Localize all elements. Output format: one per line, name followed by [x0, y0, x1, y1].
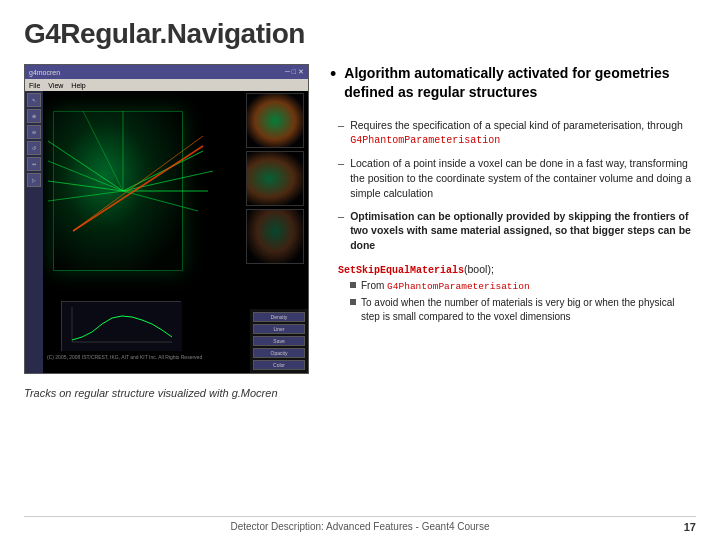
graph-svg: [62, 302, 182, 352]
main-viewport: Density Liner Save Opacity Color (C) 200…: [43, 91, 308, 373]
set-skip-code: SetSkipEqualMaterials: [338, 265, 464, 276]
sub-bullet-text-1: From G4PhantomParameterisation: [361, 279, 530, 293]
dash-1: –: [338, 119, 344, 131]
code-phantom-param-2: G4PhantomParameterisation: [387, 281, 530, 292]
right-panel: • Algorithm automatically activated for …: [330, 64, 696, 484]
opacity-btn[interactable]: Opacity: [253, 348, 305, 358]
side-view-mid: [246, 151, 304, 206]
svg-line-10: [73, 146, 203, 231]
slide: G4Regular.Navigation g4mocren ─ □ ✕ File…: [0, 0, 720, 540]
screenshot-box: g4mocren ─ □ ✕ File View Help ↖ ⊕ ⊖: [24, 64, 309, 374]
sq-bullet-1: [350, 282, 356, 288]
sub-text-1: Requires the specification of a special …: [350, 118, 696, 149]
bottom-controls: Density Liner Save Opacity Color: [250, 309, 308, 373]
svg-line-0: [123, 151, 203, 191]
copyright-text: (C) 2005, 2008 IST/CREST, IKG, AIT and K…: [47, 354, 202, 360]
graph-area: [61, 301, 181, 351]
sub-item-2: – Location of a point inside a voxel can…: [338, 156, 696, 200]
sidebar-tools: ↖ ⊕ ⊖ ↺ ⇔ ▷: [25, 91, 43, 373]
dash-3: –: [338, 210, 344, 222]
svg-line-7: [48, 191, 123, 201]
window-menubar: File View Help: [25, 79, 308, 91]
side-views-panel: [246, 93, 306, 264]
save-btn[interactable]: Save: [253, 336, 305, 346]
window-title-label: g4mocren: [29, 69, 60, 76]
svg-line-1: [123, 171, 213, 191]
screenshot-caption: Tracks on regular structure visualized w…: [24, 386, 314, 400]
left-panel: g4mocren ─ □ ✕ File View Help ↖ ⊕ ⊖: [24, 64, 314, 484]
menu-help[interactable]: Help: [71, 82, 85, 89]
set-skip-line: SetSkipEqualMaterials(bool);: [338, 263, 696, 276]
menu-file[interactable]: File: [29, 82, 40, 89]
set-skip-suffix: (bool);: [464, 263, 494, 275]
svg-rect-12: [62, 302, 182, 352]
sq-bullet-2: [350, 299, 356, 305]
svg-line-3: [123, 191, 198, 211]
tool-btn-1[interactable]: ↖: [27, 93, 41, 107]
sub-text-2: Location of a point inside a voxel can b…: [350, 156, 696, 200]
footer-text: Detector Description: Advanced Features …: [24, 521, 696, 532]
menu-view[interactable]: View: [48, 82, 63, 89]
sub-text-3: Optimisation can be optionally provided …: [350, 209, 696, 253]
color-btn[interactable]: Color: [253, 360, 305, 370]
tool-btn-6[interactable]: ▷: [27, 173, 41, 187]
sub-bullet-text-2: To avoid when the number of materials is…: [361, 296, 696, 324]
main-bullet-text: Algorithm automatically activated for ge…: [344, 64, 696, 102]
side-view-bot: [246, 209, 304, 264]
sub-bullet-1: From G4PhantomParameterisation: [350, 279, 696, 293]
main-bullet: • Algorithm automatically activated for …: [330, 64, 696, 102]
window-controls: ─ □ ✕: [285, 68, 304, 76]
svg-line-9: [83, 111, 123, 191]
tool-btn-4[interactable]: ↺: [27, 141, 41, 155]
window-body: ↖ ⊕ ⊖ ↺ ⇔ ▷: [25, 91, 308, 373]
side-view-top: [246, 93, 304, 148]
sub-items-container: – Requires the specification of a specia…: [330, 118, 696, 253]
svg-line-11: [73, 136, 203, 231]
code-phantom-param-1: G4PhantomParameterisation: [350, 135, 500, 146]
sub-item-3: – Optimisation can be optionally provide…: [338, 209, 696, 253]
bullet-dot: •: [330, 64, 336, 86]
footer-page-number: 17: [684, 521, 696, 533]
set-skip-section: SetSkipEqualMaterials(bool); From G4Phan…: [338, 263, 696, 324]
density-btn[interactable]: Density: [253, 312, 305, 322]
sub-item-1: – Requires the specification of a specia…: [338, 118, 696, 149]
dash-2: –: [338, 157, 344, 169]
slide-title: G4Regular.Navigation: [24, 18, 696, 50]
tool-btn-5[interactable]: ⇔: [27, 157, 41, 171]
liner-btn[interactable]: Liner: [253, 324, 305, 334]
footer: Detector Description: Advanced Features …: [24, 516, 696, 532]
window-titlebar: g4mocren ─ □ ✕: [25, 65, 308, 79]
tool-btn-2[interactable]: ⊕: [27, 109, 41, 123]
sub-bullets: From G4PhantomParameterisation To avoid …: [338, 279, 696, 324]
content-area: g4mocren ─ □ ✕ File View Help ↖ ⊕ ⊖: [24, 64, 696, 484]
tool-btn-3[interactable]: ⊖: [27, 125, 41, 139]
sub-bullet-2: To avoid when the number of materials is…: [350, 296, 696, 324]
copyright-bar: (C) 2005, 2008 IST/CREST, IKG, AIT and K…: [43, 351, 248, 373]
